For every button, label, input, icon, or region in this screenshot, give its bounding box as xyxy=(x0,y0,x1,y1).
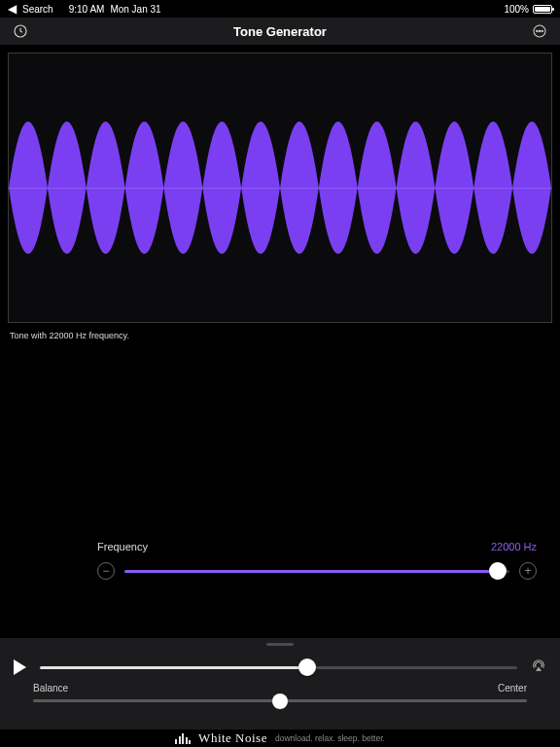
history-icon[interactable] xyxy=(10,20,31,42)
waveform-display xyxy=(8,53,552,323)
frequency-value: 22000 Hz xyxy=(491,541,537,552)
frequency-slider-thumb[interactable] xyxy=(489,562,507,580)
frequency-slider[interactable] xyxy=(124,570,509,573)
back-app-label[interactable]: Search xyxy=(22,4,53,15)
balance-label: Balance xyxy=(33,683,68,694)
progress-slider[interactable] xyxy=(40,666,517,669)
play-button[interactable] xyxy=(14,659,26,675)
status-date: Mon Jan 31 xyxy=(110,4,160,15)
waveform-caption: Tone with 22000 Hz frequency. xyxy=(8,331,552,340)
status-bar: ◀ Search 9:10 AM Mon Jan 31 100% xyxy=(0,0,560,18)
battery-percent: 100% xyxy=(504,4,529,15)
balance-slider-thumb[interactable] xyxy=(272,694,288,709)
balance-slider[interactable] xyxy=(33,699,527,702)
playback-panel: Balance Center xyxy=(0,638,560,729)
svg-point-2 xyxy=(537,30,538,31)
frequency-decrement-button[interactable]: − xyxy=(97,562,115,580)
footer-tagline: download. relax. sleep. better. xyxy=(275,733,385,743)
frequency-label: Frequency xyxy=(97,541,148,552)
footer-brand: White Noise xyxy=(198,730,267,746)
title-bar: Tone Generator xyxy=(0,18,560,45)
balance-status: Center xyxy=(498,683,527,694)
footer-ad[interactable]: White Noise download. relax. sleep. bett… xyxy=(0,729,560,747)
airplay-icon[interactable] xyxy=(531,658,546,677)
more-icon[interactable] xyxy=(529,20,550,42)
battery-icon xyxy=(533,5,552,14)
status-time: 9:10 AM xyxy=(69,4,105,15)
equalizer-icon xyxy=(175,733,191,744)
svg-point-3 xyxy=(539,30,540,31)
frequency-increment-button[interactable]: + xyxy=(519,562,537,580)
page-title: Tone Generator xyxy=(0,24,560,39)
progress-slider-thumb[interactable] xyxy=(298,658,316,676)
back-chevron-icon[interactable]: ◀ xyxy=(8,3,17,15)
svg-point-4 xyxy=(542,30,542,31)
